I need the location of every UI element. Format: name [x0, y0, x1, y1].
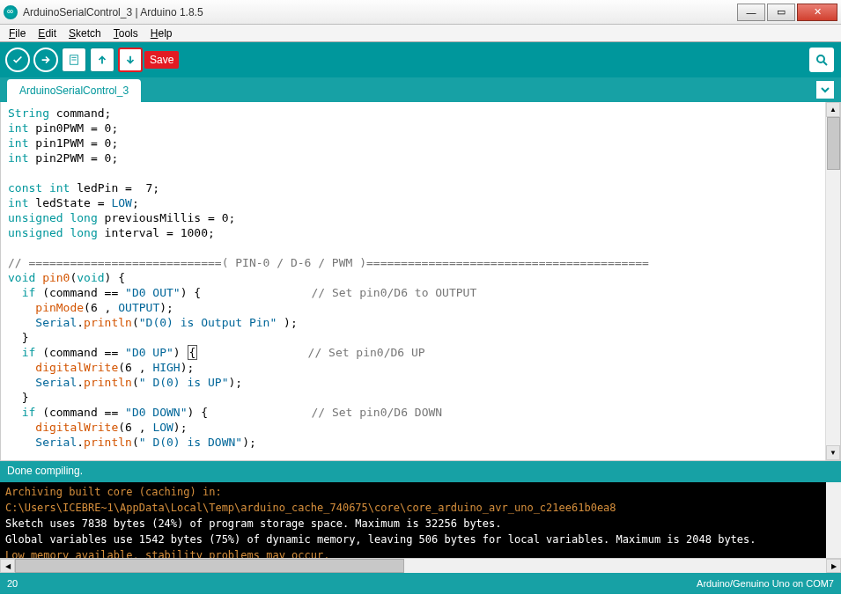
- file-icon: [68, 54, 80, 66]
- window-titlebar: ArduinoSerialControl_3 | Arduino 1.8.5 —…: [0, 0, 841, 25]
- menu-file[interactable]: File: [4, 26, 31, 41]
- svg-point-3: [817, 55, 824, 62]
- hscroll-thumb[interactable]: [15, 559, 404, 573]
- check-icon: [11, 54, 24, 66]
- serial-monitor-button[interactable]: [809, 48, 834, 72]
- sketch-tab[interactable]: ArduinoSerialControl_3: [7, 79, 141, 102]
- tab-menu-button[interactable]: [816, 81, 834, 99]
- toolbar: Save: [0, 42, 841, 77]
- code-editor[interactable]: String command; int pin0PWM = 0; int pin…: [1, 102, 825, 460]
- menu-bar: File Edit Sketch Tools Help: [0, 25, 841, 42]
- save-button[interactable]: [118, 48, 143, 72]
- horizontal-scrollbar[interactable]: ◀ ▶: [0, 558, 841, 573]
- arrow-up-icon: [96, 54, 108, 66]
- editor-scrollbar-vertical[interactable]: ▲ ▼: [825, 102, 840, 460]
- code-editor-pane: String command; int pin0PWM = 0; int pin…: [0, 102, 841, 461]
- console-line: Global variables use 1542 bytes (75%) of…: [5, 532, 836, 547]
- console-line: Low memory available, stability problems…: [5, 547, 836, 558]
- chevron-down-icon: [821, 85, 830, 94]
- svg-line-4: [823, 62, 827, 65]
- board-port-info: Arduino/Genuino Uno on COM7: [697, 578, 834, 589]
- scroll-right-arrow[interactable]: ▶: [826, 559, 841, 573]
- upload-button[interactable]: [33, 48, 58, 72]
- window-title: ArduinoSerialControl_3 | Arduino 1.8.5: [23, 6, 737, 18]
- scroll-left-arrow[interactable]: ◀: [0, 559, 15, 573]
- menu-help[interactable]: Help: [145, 26, 178, 41]
- scroll-down-arrow[interactable]: ▼: [826, 445, 840, 460]
- menu-sketch[interactable]: Sketch: [63, 26, 107, 41]
- magnifier-icon: [815, 53, 829, 67]
- maximize-button[interactable]: ▭: [767, 4, 795, 21]
- line-number: 20: [7, 578, 18, 589]
- close-button[interactable]: ✕: [797, 4, 837, 21]
- scroll-thumb[interactable]: [827, 117, 840, 170]
- menu-edit[interactable]: Edit: [33, 26, 62, 41]
- arrow-down-icon: [124, 54, 136, 66]
- save-label-callout: Save: [144, 51, 179, 69]
- console-line: Archiving built core (caching) in: C:\Us…: [5, 484, 836, 516]
- arduino-app-icon: [4, 5, 18, 19]
- arrow-right-icon: [40, 54, 52, 66]
- sketch-tab-bar: ArduinoSerialControl_3: [0, 77, 841, 102]
- footer-status-bar: 20 Arduino/Genuino Uno on COM7: [0, 573, 841, 594]
- output-console[interactable]: Archiving built core (caching) in: C:\Us…: [0, 482, 841, 558]
- verify-button[interactable]: [5, 48, 30, 72]
- console-scrollbar-vertical[interactable]: [826, 482, 841, 558]
- minimize-button[interactable]: —: [737, 4, 765, 21]
- compile-status-bar: Done compiling.: [0, 461, 841, 482]
- menu-tools[interactable]: Tools: [108, 26, 144, 41]
- scroll-up-arrow[interactable]: ▲: [826, 102, 840, 117]
- console-line: Sketch uses 7838 bytes (24%) of program …: [5, 516, 836, 532]
- open-button[interactable]: [90, 48, 114, 72]
- new-button[interactable]: [62, 48, 86, 72]
